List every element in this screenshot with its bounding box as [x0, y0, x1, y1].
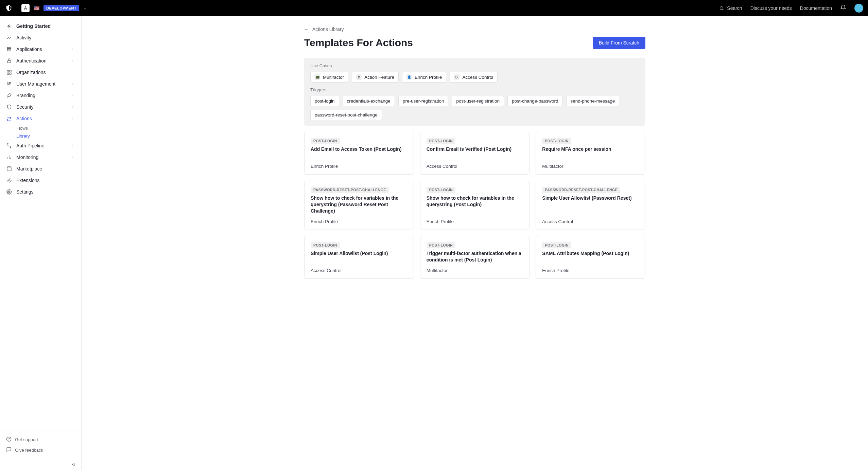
page-title: Templates For Actions	[304, 37, 413, 49]
svg-rect-5	[7, 60, 11, 63]
sidebar-item-organizations[interactable]: Organizations	[0, 67, 81, 78]
template-card[interactable]: POST-LOGINSimple User Allowlist (Post Lo…	[304, 236, 414, 279]
sidebar-subitem-flows[interactable]: Flows	[0, 124, 81, 132]
template-card[interactable]: PASSWORD-RESET-POST-CHALLENGESimple User…	[536, 181, 645, 230]
brush-icon	[6, 92, 12, 98]
sidebar-item-user-management[interactable]: User Management〉	[0, 78, 81, 90]
sidebar-item-actions[interactable]: Actions〉	[0, 113, 81, 124]
discuss-link[interactable]: Discuss your needs	[750, 5, 792, 11]
svg-rect-8	[7, 73, 9, 74]
chip-icon: 🛡	[454, 74, 459, 80]
svg-rect-2	[7, 48, 11, 49]
template-category: Multifactor	[542, 164, 639, 169]
svg-rect-9	[10, 73, 11, 74]
sidebar-item-label: Auth Pipeline	[16, 143, 45, 148]
usecase-chip-enrich-profile[interactable]: 👤Enrich Profile	[402, 72, 446, 83]
template-category: Multifactor	[427, 268, 523, 273]
filter-panel: Use Cases 📟Multifactor⚙Action Feature👤En…	[304, 58, 645, 126]
feedback-icon	[6, 447, 12, 453]
template-card[interactable]: POST-LOGINSAML Attributes Mapping (Post …	[536, 236, 645, 279]
sidebar-item-monitoring[interactable]: Monitoring〉	[0, 151, 81, 163]
svg-point-11	[10, 82, 11, 84]
sidebar-item-label: Extensions	[16, 178, 39, 183]
template-title: Add Email to Access Token (Post Login)	[311, 146, 407, 152]
template-title: Simple User Allowlist (Post Login)	[311, 250, 407, 257]
user-avatar[interactable]	[854, 4, 863, 13]
sidebar-item-extensions[interactable]: Extensions	[0, 175, 81, 186]
sidebar-item-branding[interactable]: Branding〉	[0, 90, 81, 101]
sidebar-item-activity[interactable]: Activity	[0, 32, 81, 43]
main-content: ← Actions Library Templates For Actions …	[288, 16, 662, 470]
usecase-chip-access-control[interactable]: 🛡Access Control	[450, 72, 498, 83]
sidebar-item-label: Settings	[16, 189, 34, 195]
svg-rect-3	[7, 49, 11, 50]
sidebar-item-security[interactable]: Security〉	[0, 101, 81, 113]
back-to-library-link[interactable]: ← Actions Library	[304, 26, 645, 32]
help-get-support[interactable]: Get support	[0, 434, 81, 445]
template-trigger-badge: POST-LOGIN	[311, 242, 340, 248]
trigger-chip-password-reset-post-challenge[interactable]: password-reset-post-challenge	[310, 110, 382, 120]
template-card[interactable]: POST-LOGINShow how to check for variable…	[420, 181, 530, 230]
sidebar-item-applications[interactable]: Applications〉	[0, 43, 81, 55]
sidebar-item-settings[interactable]: Settings	[0, 186, 81, 198]
template-category: Access Control	[427, 164, 523, 169]
brand-logo-icon	[5, 4, 13, 12]
ext-icon	[6, 177, 12, 183]
template-card[interactable]: POST-LOGINTrigger multi-factor authentic…	[420, 236, 530, 279]
chevron-right-icon: 〉	[71, 155, 75, 160]
region-flag-icon: 🇺🇸	[34, 5, 39, 11]
collapse-sidebar-button[interactable]	[0, 459, 81, 470]
template-title: Simple User Allowlist (Password Reset)	[542, 195, 639, 201]
chevron-right-icon: 〉	[71, 47, 75, 52]
usecase-chip-multifactor[interactable]: 📟Multifactor	[310, 72, 348, 83]
tenant-avatar[interactable]: A	[21, 4, 30, 12]
template-card[interactable]: POST-LOGINConfirm Email is Verified (Pos…	[420, 132, 530, 175]
template-trigger-badge: POST-LOGIN	[427, 138, 456, 144]
trigger-chip-post-change-password[interactable]: post-change-password	[507, 96, 563, 106]
notifications-icon[interactable]	[840, 4, 846, 12]
svg-point-21	[9, 440, 9, 440]
trigger-chip-credentials-exchange[interactable]: credentials-exchange	[343, 96, 395, 106]
help-give-feedback[interactable]: Give feedback	[0, 445, 81, 455]
template-card[interactable]: PASSWORD-RESET-POST-CHALLENGEShow how to…	[304, 181, 414, 230]
documentation-link[interactable]: Documentation	[800, 5, 832, 11]
template-trigger-badge: POST-LOGIN	[427, 242, 456, 248]
sidebar-item-marketplace[interactable]: Marketplace	[0, 163, 81, 175]
template-category: Access Control	[542, 219, 639, 224]
sidebar-item-label: Actions	[16, 116, 32, 121]
svg-rect-17	[7, 168, 11, 171]
lock-icon	[6, 58, 12, 64]
template-title: Confirm Email is Verified (Post Login)	[427, 146, 523, 152]
chart-icon	[6, 35, 12, 41]
sidebar-item-label: Authentication	[16, 58, 47, 64]
stack-icon	[6, 46, 12, 52]
sidebar-item-auth-pipeline[interactable]: Auth Pipeline〉	[0, 140, 81, 151]
svg-point-19	[8, 191, 10, 193]
sidebar-item-authentication[interactable]: Authentication〉	[0, 55, 81, 67]
arrow-left-icon: ←	[304, 26, 309, 32]
triggers-label: Triggers	[310, 87, 639, 92]
sidebar-subitem-library[interactable]: Library	[0, 132, 81, 140]
usecase-chip-action-feature[interactable]: ⚙Action Feature	[352, 72, 399, 83]
back-label: Actions Library	[312, 26, 344, 32]
svg-point-18	[8, 180, 10, 181]
search-label: Search	[727, 5, 742, 11]
svg-rect-6	[7, 70, 9, 72]
trigger-chip-send-phone-message[interactable]: send-phone-message	[566, 96, 620, 106]
chevron-right-icon: 〉	[71, 105, 75, 110]
build-from-scratch-button[interactable]: Build From Scratch	[593, 37, 645, 49]
sidebar-item-getting-started[interactable]: Getting Started	[0, 20, 81, 32]
sidebar-item-label: Security	[16, 104, 34, 110]
tenant-switch-chevron-icon[interactable]: ⌄	[83, 6, 87, 11]
divider	[17, 5, 17, 12]
sidebar-item-label: Monitoring	[16, 155, 38, 160]
template-card[interactable]: POST-LOGINAdd Email to Access Token (Pos…	[304, 132, 414, 175]
chip-icon: 👤	[406, 74, 412, 80]
search-button[interactable]: Search	[719, 5, 742, 11]
market-icon	[6, 166, 12, 172]
template-card[interactable]: POST-LOGINRequire MFA once per sessionMu…	[536, 132, 645, 175]
trigger-chip-pre-user-registration[interactable]: pre-user-registration	[398, 96, 449, 106]
trigger-chip-post-login[interactable]: post-login	[310, 96, 339, 106]
trigger-chip-post-user-registration[interactable]: post-user-registration	[452, 96, 504, 106]
chip-icon: ⚙	[356, 74, 362, 80]
